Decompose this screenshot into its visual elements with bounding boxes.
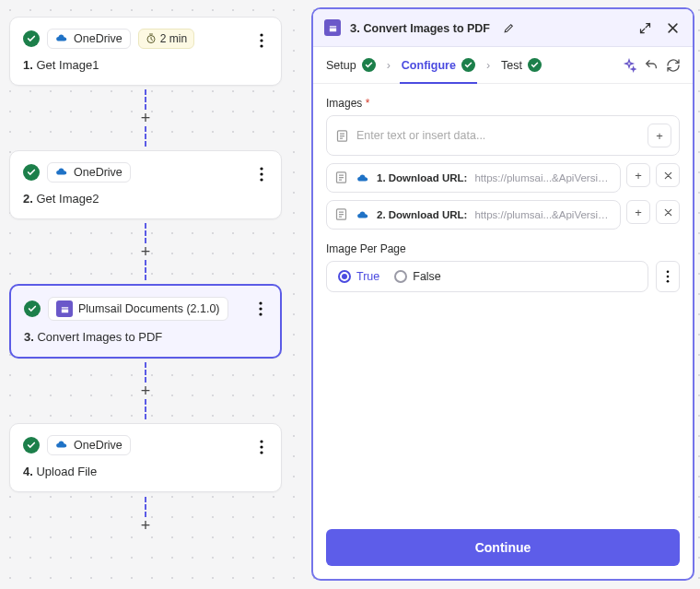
clock-icon: [146, 33, 157, 44]
step-card-2[interactable]: OneDrive 2. Get Image2: [9, 150, 282, 219]
svg-point-4: [260, 167, 262, 170]
remove-item-button[interactable]: [656, 163, 680, 187]
step-menu-button[interactable]: [251, 299, 271, 319]
item-value: https://plumsai...&ApiVersion=2.0: [474, 172, 612, 183]
image-per-page-label: Image Per Page: [326, 242, 680, 255]
chevron-right-icon: ›: [483, 59, 494, 72]
onedrive-icon: [55, 32, 68, 45]
radio-true[interactable]: True: [338, 270, 379, 283]
tab-label: Test: [501, 59, 522, 72]
step-card-3[interactable]: Plumsail Documents (2.1.0) 3. Convert Im…: [9, 284, 282, 359]
continue-button[interactable]: Continue: [326, 529, 680, 566]
check-icon: [528, 58, 542, 72]
app-chip-onedrive: OneDrive: [47, 162, 131, 183]
tab-test[interactable]: Test: [499, 54, 543, 76]
app-chip-plumsail: Plumsail Documents (2.1.0): [48, 297, 228, 321]
app-label: OneDrive: [74, 32, 122, 45]
app-label: OneDrive: [74, 166, 122, 179]
svg-point-12: [260, 451, 262, 454]
onedrive-icon: [55, 439, 68, 452]
text-icon: [334, 128, 349, 143]
onedrive-icon: [356, 171, 369, 184]
add-step-button[interactable]: +: [137, 517, 154, 534]
radio-label: False: [413, 270, 441, 283]
status-check-icon: [23, 437, 40, 454]
status-check-icon: [24, 300, 41, 317]
remove-item-button[interactable]: [656, 200, 680, 224]
step-title: Get Image2: [36, 192, 99, 206]
tab-configure[interactable]: Configure: [400, 54, 477, 76]
ai-sparkle-button[interactable]: [621, 57, 637, 74]
radio-label: True: [356, 270, 379, 283]
add-step-button[interactable]: +: [137, 383, 154, 399]
rename-button[interactable]: [499, 18, 518, 37]
svg-point-17: [667, 276, 670, 278]
step-menu-button[interactable]: [251, 30, 272, 51]
image-item-1[interactable]: 1. Download URL: https://plumsai...&ApiV…: [326, 163, 621, 193]
add-item-button[interactable]: +: [626, 163, 650, 187]
image-item-2[interactable]: 2. Download URL: https://plumsai...&ApiV…: [326, 200, 621, 230]
item-label: 1. Download URL:: [377, 172, 467, 183]
svg-point-8: [259, 307, 262, 310]
svg-point-18: [667, 280, 670, 283]
add-item-button[interactable]: +: [648, 124, 671, 147]
step-number: 4.: [23, 465, 33, 478]
status-check-icon: [23, 164, 40, 181]
images-input-row[interactable]: +: [326, 115, 680, 156]
svg-point-2: [260, 39, 262, 41]
undo-button[interactable]: [643, 57, 659, 74]
add-item-button[interactable]: +: [626, 200, 650, 224]
plumsail-icon: [56, 300, 73, 317]
svg-point-16: [667, 270, 670, 273]
svg-point-3: [260, 44, 262, 47]
status-check-icon: [23, 30, 40, 47]
step-menu-button[interactable]: [251, 164, 272, 184]
check-icon: [362, 58, 376, 72]
item-label: 2. Download URL:: [377, 209, 467, 220]
expand-button[interactable]: [636, 18, 654, 37]
app-label: Plumsail Documents (2.1.0): [78, 302, 220, 315]
images-input[interactable]: [355, 128, 642, 143]
required-asterisk: *: [366, 97, 370, 110]
step-title: Convert Images to PDF: [37, 330, 162, 344]
tab-setup[interactable]: Setup: [324, 54, 378, 76]
close-button[interactable]: [663, 18, 682, 37]
step-card-4[interactable]: OneDrive 4. Upload File: [9, 423, 282, 492]
app-chip-onedrive: OneDrive: [47, 29, 131, 49]
chevron-right-icon: ›: [383, 59, 394, 72]
onedrive-icon: [55, 166, 68, 179]
panel-step-number: 3.: [350, 21, 360, 35]
plumsail-icon: [324, 19, 341, 36]
add-step-button[interactable]: +: [137, 243, 154, 260]
svg-point-7: [259, 301, 262, 304]
timer-chip: 2 min: [138, 29, 194, 49]
field-options-button[interactable]: [656, 261, 680, 292]
app-chip-onedrive: OneDrive: [47, 435, 131, 455]
timer-label: 2 min: [160, 32, 187, 45]
step-title: Upload File: [36, 465, 97, 478]
step-number: 3.: [24, 330, 34, 344]
step-card-1[interactable]: OneDrive 2 min 1. Get Image1: [9, 17, 282, 86]
add-step-button[interactable]: +: [137, 110, 154, 126]
app-label: OneDrive: [74, 439, 122, 452]
check-icon: [461, 58, 475, 72]
refresh-button[interactable]: [665, 57, 682, 74]
svg-point-11: [260, 445, 262, 448]
step-editor-panel: 3. Convert Images to PDF Setup › Configu…: [311, 7, 694, 581]
svg-point-6: [260, 178, 262, 181]
step-number: 2.: [23, 192, 33, 206]
svg-point-10: [260, 440, 262, 442]
step-menu-button[interactable]: [251, 437, 272, 457]
panel-title: Convert Images to PDF: [363, 22, 490, 35]
tab-label: Configure: [402, 59, 456, 72]
text-icon: [334, 171, 349, 185]
images-label: Images: [326, 97, 362, 110]
item-value: https://plumsai...&ApiVersion=2.0: [474, 209, 612, 220]
svg-point-1: [260, 33, 262, 36]
radio-false[interactable]: False: [394, 270, 441, 283]
svg-point-5: [260, 172, 262, 175]
text-icon: [334, 207, 349, 222]
tab-label: Setup: [326, 59, 356, 72]
svg-point-9: [259, 312, 262, 315]
step-number: 1.: [23, 58, 33, 72]
